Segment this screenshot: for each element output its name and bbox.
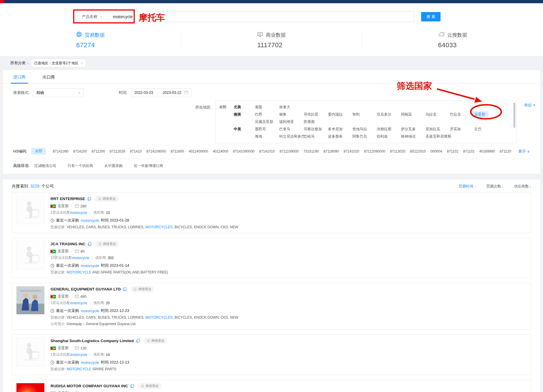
match-keyword-link[interactable]: motorcycle <box>70 353 87 357</box>
region-country[interactable]: 智利 <box>352 112 377 117</box>
tab-exporters[interactable]: 出口商 <box>43 70 55 84</box>
purchase-keyword-link[interactable]: motorcycle <box>81 309 99 313</box>
mail-count[interactable]: 480 <box>80 295 87 299</box>
region-country[interactable]: 危地马拉 <box>352 127 377 132</box>
search-mode-select[interactable]: 精确 ∨ <box>33 88 84 97</box>
hs-code[interactable]: 871102 <box>447 149 458 153</box>
region-country[interactable]: 玻利维亚 <box>279 119 304 124</box>
company-name[interactable]: RRT ENTERPRISE <box>51 197 85 201</box>
advanced-filter-option[interactable]: 近一年新增进口商 <box>134 163 163 168</box>
region-country[interactable]: 伯利兹 <box>377 134 401 139</box>
region-country[interactable]: 巴西 <box>255 112 279 117</box>
region-country[interactable]: 加拿大 <box>279 105 304 110</box>
date-range-picker[interactable]: 2022-03-23 → 2023-03-22 <box>131 88 191 97</box>
company-profile-icon[interactable] <box>88 242 91 246</box>
hs-code[interactable]: 4011400000 <box>189 149 208 153</box>
hs-code[interactable]: 87113020 <box>390 149 406 153</box>
company-name[interactable]: Shanghai South-Logistics Company Limited <box>51 339 134 343</box>
business-radar-badge[interactable]: 商情雷达 <box>95 241 119 247</box>
trade-record-term-highlight[interactable]: MOTORCYCLE <box>67 367 91 371</box>
region-continent[interactable]: 南美 <box>234 112 255 117</box>
region-country[interactable]: 古巴 <box>474 127 499 132</box>
hs-code[interactable]: 000004 <box>431 149 442 153</box>
company-name[interactable]: RUDISA MOTOR COMPANY GUYANA INC <box>51 384 128 388</box>
advanced-filter-option[interactable]: 只有一个供应商 <box>68 163 93 168</box>
hs-code[interactable]: 8714100 <box>73 149 87 153</box>
hs-code[interactable]: 87141010 <box>259 149 275 153</box>
tab-importers[interactable]: 进口商 <box>13 70 26 84</box>
hs-code[interactable]: 87116090 <box>323 149 339 153</box>
region-continent[interactable]: 中美 <box>234 127 255 132</box>
expand-button[interactable]: 展开 ∨ <box>518 149 530 154</box>
collapse-button[interactable]: 收起 ∧ <box>524 101 536 143</box>
hs-code[interactable]: 40169990 <box>479 149 495 153</box>
mail-count[interactable]: 280 <box>80 204 87 208</box>
region-country[interactable]: 哥斯达黎加 <box>304 127 328 132</box>
selected-region-select[interactable]: 已选地区：圭亚那等1个地区 ∨ <box>31 59 86 67</box>
hs-code[interactable]: 871120 <box>500 149 511 153</box>
hs-code[interactable]: 871101 <box>463 149 475 153</box>
region-country[interactable]: 海地 <box>255 134 279 139</box>
region-country[interactable]: 法属圭亚那 <box>255 119 279 124</box>
region-country[interactable]: 厄瓜多尔 <box>377 112 401 117</box>
company-profile-icon[interactable] <box>130 384 134 388</box>
stat-cloud-search-data[interactable]: 云搜数据 64033 <box>362 31 543 49</box>
region-country[interactable]: 哥伦比亚 <box>304 112 328 117</box>
match-keyword-link[interactable]: motorcycle <box>72 256 89 260</box>
hs-code[interactable]: 8711600 <box>171 149 184 153</box>
company-name[interactable]: JCA TRADING INC <box>51 242 85 246</box>
hs-code[interactable]: 8711200 <box>92 149 105 153</box>
trade-record-term-highlight[interactable]: MOTORCYCLES <box>145 225 172 229</box>
region-country[interactable]: 特立尼达和多巴.. <box>279 134 304 139</box>
region-country[interactable]: 萨尔瓦多 <box>401 127 426 132</box>
sort-option[interactable]: 贸易时间↓ <box>459 184 476 189</box>
region-all-option[interactable]: 全部 <box>219 105 234 110</box>
hs-code[interactable]: 87141090000 <box>233 149 254 153</box>
purchase-keyword-link[interactable]: motorcycle <box>81 360 99 365</box>
business-radar-badge[interactable]: 商情雷达 <box>95 196 119 202</box>
region-country[interactable]: 尼加拉瓜 <box>426 127 450 132</box>
region-country[interactable]: 巴拿马 <box>279 127 304 132</box>
advanced-filter-option[interactable]: 过滤物流公司 <box>34 163 56 168</box>
search-button[interactable]: 搜 索 <box>421 12 441 21</box>
trade-record-term-highlight[interactable]: MOTORCYCLES <box>145 315 172 320</box>
hs-code[interactable]: 8711109000 <box>280 149 299 153</box>
region-country[interactable]: 阿鲁巴岛 <box>352 134 377 139</box>
region-country[interactable]: 牙买加 <box>450 127 474 132</box>
hs-code[interactable]: 73151190 <box>303 149 319 153</box>
hs-code[interactable]: 85122010 <box>410 149 426 153</box>
purchase-keyword-link[interactable]: motorcycle <box>81 218 99 223</box>
company-profile-icon[interactable] <box>88 197 91 201</box>
trade-record-term-highlight[interactable]: MOTORCYCLE <box>67 270 91 274</box>
region-country[interactable]: 苏里南 <box>304 119 328 124</box>
region-country[interactable]: 波多黎各 <box>328 134 352 139</box>
hs-code[interactable]: 87141090 <box>53 149 68 153</box>
sort-option[interactable]: 供应商数↓ <box>514 184 532 189</box>
match-keyword-link[interactable]: motorcycle <box>70 301 87 305</box>
company-name[interactable]: GENERAL EQUIPMENT GUYANA LTD <box>51 287 121 291</box>
hs-code[interactable]: 87112090000 <box>364 149 385 153</box>
region-country[interactable]: 委内瑞拉 <box>328 112 352 117</box>
region-country[interactable]: 圣基茨和尼维斯 <box>426 134 450 139</box>
region-country[interactable]: 乌拉圭 <box>426 112 450 117</box>
mail-count[interactable]: 40 <box>80 249 85 254</box>
hs-code[interactable]: 87112029 <box>110 149 125 153</box>
company-profile-icon[interactable] <box>123 287 127 291</box>
all-categories-link[interactable]: 所有分类 <box>10 60 26 66</box>
business-radar-badge[interactable]: 商情雷达 <box>144 338 167 344</box>
search-field-select[interactable]: 产品名称 ∨ <box>76 12 109 22</box>
hs-code[interactable]: 87141020 <box>344 149 359 153</box>
hs-code[interactable]: 871410 <box>130 149 142 153</box>
business-radar-badge[interactable]: 商情雷达 <box>138 383 162 389</box>
region-country[interactable]: 格林纳达 <box>401 134 426 139</box>
region-country-selected[interactable]: 圭亚那 <box>471 111 489 118</box>
mail-count[interactable]: 130 <box>80 346 87 350</box>
region-country[interactable]: 秘鲁 <box>279 112 304 117</box>
hs-code[interactable]: 8714109000 <box>146 149 166 153</box>
hs-code[interactable]: 40114000 <box>213 149 228 153</box>
region-country[interactable]: 美国 <box>255 105 279 110</box>
region-country[interactable]: 巴哈马 <box>304 134 328 139</box>
business-radar-badge[interactable]: 商情雷达 <box>131 286 154 292</box>
purchase-keyword-link[interactable]: motorcycle <box>81 263 99 268</box>
stat-business-data[interactable]: 商业数据 1117702 <box>181 31 362 49</box>
